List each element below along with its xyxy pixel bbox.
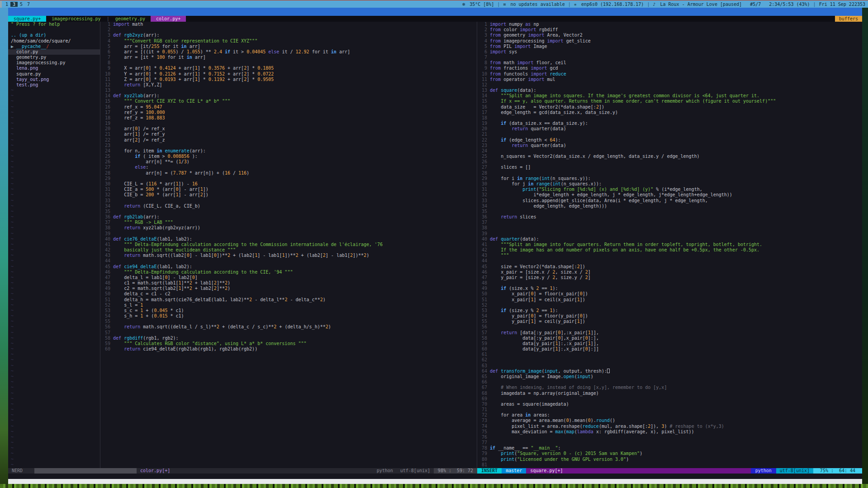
code-line-30: 30 for j in range(int(n_squares.x)): xyxy=(479,181,862,187)
code-line-80: 80 print("Licensed under the GNU GPL ver… xyxy=(479,457,862,462)
line-number: 72 xyxy=(479,412,487,418)
code-line-6: 6 arr = [((it + 0.055) / 1.055) ** 2.4 i… xyxy=(102,49,477,55)
code-line-46: 46 x_pair = [size.x / 2, size.x / 2] xyxy=(479,270,862,275)
tab-geometry-py[interactable]: geometry.py xyxy=(110,16,151,22)
tree-dir-pycache[interactable]: ▶ __pycache__/ xyxy=(11,44,100,49)
code-line-59: 59 """ Calculates RGB color "distance", … xyxy=(102,341,477,346)
tree-file-color-py[interactable]: color.py xyxy=(8,49,100,55)
line-number: 8 xyxy=(102,60,110,66)
workspace-tag-5[interactable]: 5 xyxy=(18,2,25,7)
line-number: 36 xyxy=(102,214,110,220)
tab-imageprocessing-py[interactable]: imageprocessing.py xyxy=(46,16,106,22)
line-number: 34 xyxy=(102,204,110,209)
tab-color-py[interactable]: color.py+ xyxy=(151,16,186,22)
tree-empty-line: ~ xyxy=(11,324,100,330)
code-line-73: 73 average = area.mean(0).mean(0).round(… xyxy=(479,418,862,423)
tree-empty-line: ~ xyxy=(11,187,100,192)
tree-empty-line: ~ xyxy=(11,429,100,435)
code-line-23: 23 xyxy=(102,143,477,148)
code-line-21: 21 xyxy=(479,132,862,137)
tree-empty-line: ~ xyxy=(11,341,100,346)
line-number: 69 xyxy=(479,396,487,402)
tree-up-dir[interactable]: .. (up a dir) xyxy=(11,33,100,38)
workspace-tag-7[interactable]: 7 xyxy=(25,2,32,7)
code-line-8: 8from math import floor, ceil xyxy=(479,60,862,66)
line-number: 11 xyxy=(102,77,110,82)
editor-pane-color-py[interactable]: 1import math23def rgb2xyz(arr):4 """Conv… xyxy=(100,22,477,468)
tree-help-line[interactable]: " Press ? for help xyxy=(11,22,100,27)
code-line-48: 48 c1 = math.sqrt(lab1[1]**2 + lab1[2]**… xyxy=(102,280,477,286)
line-number: 51 xyxy=(102,297,110,303)
music-status-icon: ♪ xyxy=(653,2,658,7)
line-number: 38 xyxy=(479,225,487,231)
tree-empty-line: ~ xyxy=(11,247,100,253)
code-line-58: 58 data[:y_pair[0],x_pair[0]:], xyxy=(479,336,862,341)
line-number: 56 xyxy=(102,324,110,330)
tree-blank[interactable] xyxy=(11,27,100,33)
line-number: 35 xyxy=(102,209,110,214)
tree-empty-line: ~ xyxy=(11,253,100,258)
code-line-64: 64def transform_image(input, output, thr… xyxy=(479,369,862,374)
tab-separator: | xyxy=(106,16,110,22)
code-line-45: 45 size = Vector2(*data.shape[:2]) xyxy=(479,264,862,270)
updates-status-text: no updates available xyxy=(510,2,564,7)
tree-empty-line: ~ xyxy=(11,231,100,237)
line-number: 1 xyxy=(479,22,487,27)
line-number: 12 xyxy=(479,82,487,88)
line-number: 52 xyxy=(102,303,110,308)
temperature-status-icon: ❄ xyxy=(462,2,468,7)
tree-file-tayy-out-png[interactable]: tayy_out.png xyxy=(11,77,100,82)
tree-file-test-png[interactable]: test.png xyxy=(11,82,100,88)
tree-empty-line: ~ xyxy=(11,396,100,402)
line-number: 31 xyxy=(102,187,110,192)
line-number: 54 xyxy=(479,313,487,319)
code-line-18: 18 ref_z = 108.883 xyxy=(102,115,477,121)
code-line-79: 79 print("Square, version 0 - (c) 2015 S… xyxy=(479,451,862,456)
line-number: 6 xyxy=(102,49,110,55)
status-separator: | xyxy=(647,2,650,7)
line-number: 30 xyxy=(102,181,110,187)
system-status: ❄ 35°C [8%]|≡ no updates available|✳ enp… xyxy=(462,2,868,7)
wallpaper-left-edge xyxy=(0,8,8,488)
line-number: 55 xyxy=(102,319,110,324)
line-number: 29 xyxy=(479,176,487,181)
tree-empty-line: ~ xyxy=(11,424,100,429)
tree-empty-line: ~ xyxy=(11,270,100,275)
workspace-tag-1[interactable]: 1 xyxy=(3,2,10,7)
tree-file-lena-png[interactable]: lena.png xyxy=(11,66,100,71)
code-line-29: 29 for i in range(int(n_squares.y)): xyxy=(479,176,862,181)
tree-file-square-py[interactable]: square.py xyxy=(11,71,100,77)
code-line-57: 57 xyxy=(102,330,477,336)
code-line-17: 17 edge_length = gcd(data_size.x, data_s… xyxy=(479,110,862,115)
line-number: 45 xyxy=(102,264,110,270)
tree-empty-line: ~ xyxy=(11,242,100,247)
vim-command-line: -- INSERT -- xyxy=(8,474,862,479)
tree-empty-line: ~ xyxy=(11,198,100,204)
line-number: 50 xyxy=(479,291,487,297)
line-number: 56 xyxy=(479,324,487,330)
tree-file-geometry-py[interactable]: geometry.py xyxy=(11,55,100,60)
code-line-19: 19 xyxy=(102,121,477,126)
line-number: 66 xyxy=(479,379,487,385)
code-line-53: 53 if (size.y % 2 == 1): xyxy=(479,308,862,313)
line-number: 8 xyxy=(479,60,487,66)
line-number: 38 xyxy=(102,225,110,231)
line-number: 59 xyxy=(102,341,110,346)
inactive-filetype: python xyxy=(373,468,397,474)
tab-square-py[interactable]: square.py+ xyxy=(8,16,46,22)
tree-empty-line: ~ xyxy=(11,330,100,336)
code-line-62: 62 xyxy=(479,357,862,363)
line-number: 74 xyxy=(479,424,487,429)
line-number: 60 xyxy=(479,346,487,352)
line-number: 2 xyxy=(479,27,487,33)
code-line-44: 44 xyxy=(479,258,862,264)
editor-pane-square-py[interactable]: 1import numpy as np2from color import rg… xyxy=(477,22,862,468)
tree-file-imageprocessing-py[interactable]: imageprocessing.py xyxy=(11,60,100,66)
tree-root-path[interactable]: /home/sam/code/square/ xyxy=(11,38,100,44)
code-line-31: 31 CIE_a = 500 * (arr[0] - arr[1]) xyxy=(102,187,477,192)
workspace-tag-3[interactable]: 3 xyxy=(10,2,18,7)
line-number: 11 xyxy=(479,77,487,82)
line-number: 28 xyxy=(479,171,487,176)
code-line-34: 34 return (CIE_L, CIE_a, CIE_b) xyxy=(102,204,477,209)
nerdtree-pane[interactable]: " Press ? for help.. (up a dir)/home/sam… xyxy=(8,22,100,468)
